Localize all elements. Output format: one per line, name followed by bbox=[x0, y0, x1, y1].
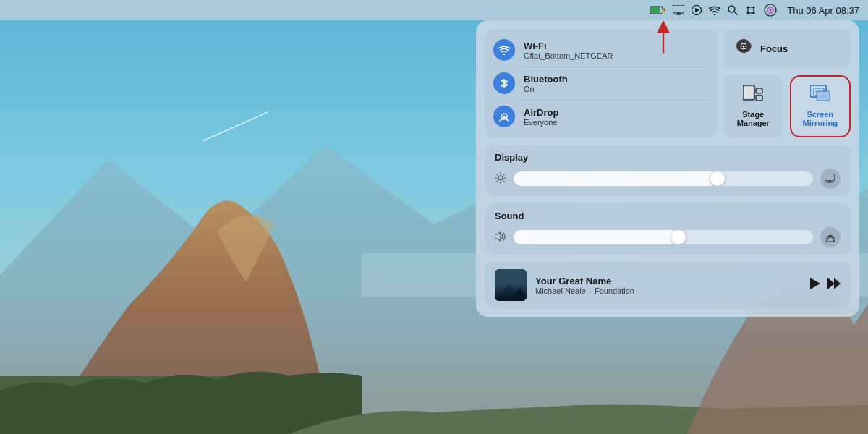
svg-rect-41 bbox=[817, 91, 830, 101]
right-tiles: Focus Stage Manager bbox=[724, 29, 851, 137]
airplay-audio-icon[interactable] bbox=[820, 227, 841, 247]
wifi-title: Wi-Fi bbox=[524, 41, 613, 51]
display-menubar-icon[interactable] bbox=[673, 5, 684, 15]
svg-line-15 bbox=[734, 12, 737, 14]
airdrop-text: AirDrop Everyone bbox=[524, 107, 558, 127]
play-button[interactable] bbox=[810, 278, 820, 292]
brightness-icon bbox=[495, 172, 506, 186]
wifi-menubar-icon[interactable] bbox=[709, 6, 720, 15]
brightness-row bbox=[495, 169, 841, 189]
menubar: ⚡ bbox=[0, 0, 868, 20]
search-menubar-icon[interactable] bbox=[728, 5, 738, 15]
svg-rect-9 bbox=[673, 5, 684, 13]
now-playing-section: Your Great Name Michael Neale – Foundati… bbox=[485, 262, 851, 308]
svg-marker-62 bbox=[834, 278, 841, 289]
svg-text:⚡: ⚡ bbox=[660, 7, 665, 14]
screen-mirroring-label: Screen Mirroring bbox=[803, 110, 838, 127]
svg-line-47 bbox=[497, 174, 498, 175]
svg-line-50 bbox=[497, 180, 498, 182]
svg-line-49 bbox=[503, 174, 505, 175]
svg-point-26 bbox=[770, 9, 772, 12]
svg-marker-57 bbox=[495, 284, 527, 301]
track-info: Your Great Name Michael Neale – Foundati… bbox=[535, 276, 801, 295]
svg-rect-6 bbox=[650, 7, 660, 13]
svg-rect-36 bbox=[756, 95, 762, 101]
svg-rect-51 bbox=[825, 174, 835, 181]
menubar-datetime: Thu 06 Apr 08:37 bbox=[787, 5, 859, 16]
track-artist: Michael Neale – Foundation bbox=[535, 286, 801, 295]
svg-point-32 bbox=[743, 46, 745, 48]
wifi-item[interactable]: Wi-Fi Gflat_Bottom_NETGEAR bbox=[485, 33, 717, 67]
sound-label: Sound bbox=[495, 210, 841, 221]
screen-mirroring-tile[interactable]: Screen Mirroring bbox=[790, 75, 851, 137]
bluetooth-title: Bluetooth bbox=[524, 74, 568, 85]
stage-manager-tile[interactable]: Stage Manager bbox=[724, 75, 783, 137]
stage-manager-label: Stage Manager bbox=[737, 110, 770, 127]
volume-slider[interactable] bbox=[514, 230, 813, 244]
stage-manager-icon bbox=[743, 85, 763, 107]
svg-marker-60 bbox=[810, 278, 820, 289]
airdrop-title: AirDrop bbox=[524, 107, 558, 118]
bluetooth-item[interactable]: Bluetooth On bbox=[485, 67, 717, 100]
svg-point-42 bbox=[498, 176, 503, 180]
svg-marker-58 bbox=[509, 287, 527, 301]
volume-icon bbox=[495, 231, 506, 244]
svg-marker-13 bbox=[695, 8, 699, 12]
screen-mirroring-icon bbox=[810, 85, 830, 107]
track-title: Your Great Name bbox=[535, 276, 801, 286]
control-center-menubar-icon[interactable] bbox=[745, 4, 757, 16]
brightness-slider[interactable] bbox=[514, 171, 813, 186]
svg-line-48 bbox=[503, 180, 505, 182]
display-label: Display bbox=[495, 152, 841, 163]
wifi-text: Wi-Fi Gflat_Bottom_NETGEAR bbox=[524, 41, 613, 60]
skip-forward-button[interactable] bbox=[827, 278, 841, 292]
connectivity-panel: Wi-Fi Gflat_Bottom_NETGEAR Bluetooth On bbox=[485, 29, 717, 137]
sound-section: Sound bbox=[485, 203, 851, 255]
wifi-subtitle: Gflat_Bottom_NETGEAR bbox=[524, 51, 613, 60]
siri-menubar-icon[interactable] bbox=[764, 4, 777, 17]
airdrop-item[interactable]: AirDrop Everyone bbox=[485, 100, 717, 133]
control-center-panel: Wi-Fi Gflat_Bottom_NETGEAR Bluetooth On bbox=[476, 20, 859, 317]
focus-tile[interactable]: Focus bbox=[724, 29, 851, 68]
svg-marker-54 bbox=[495, 232, 501, 241]
bluetooth-icon bbox=[493, 72, 515, 94]
wifi-icon bbox=[493, 39, 515, 61]
volume-row bbox=[495, 227, 841, 247]
svg-rect-59 bbox=[495, 297, 527, 301]
svg-rect-34 bbox=[744, 87, 753, 98]
svg-marker-61 bbox=[827, 278, 835, 289]
focus-label: Focus bbox=[760, 43, 788, 54]
playback-controls bbox=[810, 278, 841, 292]
svg-rect-35 bbox=[756, 88, 762, 93]
focus-icon bbox=[734, 37, 753, 60]
airdrop-subtitle: Everyone bbox=[524, 118, 558, 127]
album-art bbox=[495, 269, 527, 301]
svg-rect-56 bbox=[495, 269, 527, 301]
media-menubar-icon[interactable] bbox=[692, 5, 702, 15]
bluetooth-subtitle: On bbox=[524, 85, 568, 93]
bluetooth-text: Bluetooth On bbox=[524, 74, 568, 93]
airdrop-icon bbox=[493, 106, 515, 127]
display-settings-icon[interactable] bbox=[820, 169, 841, 189]
battery-icon[interactable]: ⚡ bbox=[650, 5, 665, 15]
annotation-arrow bbox=[652, 20, 674, 56]
display-section: Display bbox=[485, 145, 851, 196]
